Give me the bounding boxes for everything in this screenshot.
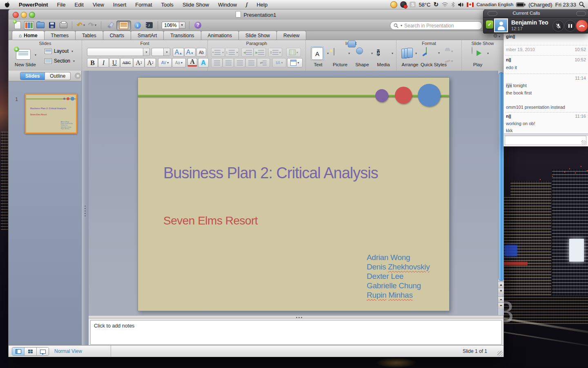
- open-button[interactable]: [36, 21, 45, 30]
- new-slide-button[interactable]: +: [16, 49, 31, 60]
- menu-edit[interactable]: Edit: [70, 0, 88, 9]
- format-painter-button[interactable]: [105, 21, 115, 30]
- redo-button[interactable]: ↷▾: [87, 21, 97, 30]
- media-browser-button[interactable]: ♪: [144, 21, 154, 30]
- menu-view[interactable]: View: [88, 0, 109, 9]
- decrease-indent-button[interactable]: ◀: [241, 48, 254, 57]
- notes-input[interactable]: Click to add notes: [90, 320, 502, 345]
- insert-picture-button[interactable]: ▾: [334, 48, 334, 56]
- section-button[interactable]: Section▾: [45, 58, 75, 64]
- slide-title-text[interactable]: Business Plan 2: Critical Analysis: [163, 164, 378, 182]
- normal-view-button[interactable]: [12, 348, 24, 355]
- battery-status[interactable]: (Charged): [528, 2, 552, 8]
- slide-show-view-button[interactable]: [37, 348, 49, 355]
- applescript-menu[interactable]: ʃ: [241, 0, 252, 9]
- fill-color-button[interactable]: ▾: [445, 47, 453, 54]
- menu-insert[interactable]: Insert: [109, 0, 131, 9]
- chevron-down-icon[interactable]: ▼: [179, 22, 185, 29]
- toolbox-button[interactable]: i: [133, 21, 143, 30]
- menu-app-name[interactable]: PowerPoint: [14, 0, 53, 9]
- superscript-button[interactable]: A2: [133, 58, 145, 67]
- temperature-status[interactable]: 58°C: [419, 2, 430, 8]
- align-text-button[interactable]: ▾: [287, 58, 303, 67]
- zoom-value[interactable]: 106%: [162, 22, 179, 29]
- menu-tools[interactable]: Tools: [157, 0, 178, 9]
- insert-text-button[interactable]: A▾: [312, 47, 323, 60]
- new-presentation-button[interactable]: +: [13, 21, 22, 30]
- skype-menubar-icon[interactable]: [400, 1, 407, 8]
- panel-splitter[interactable]: [81, 71, 89, 345]
- mute-button[interactable]: [552, 20, 564, 31]
- menu-slide-show[interactable]: Slide Show: [178, 0, 214, 9]
- subscript-button[interactable]: A2: [145, 58, 156, 67]
- call-window-header[interactable]: Current Calls: [483, 9, 588, 18]
- gallery-button[interactable]: [24, 21, 34, 30]
- clear-formatting-button[interactable]: Ab: [196, 48, 206, 57]
- underline-button[interactable]: U: [109, 58, 120, 67]
- scroll-down-button[interactable]: ▼: [498, 288, 504, 294]
- input-language-status[interactable]: Canadian English: [477, 2, 513, 7]
- chat-resize-grip[interactable]: [581, 140, 586, 144]
- header-pill[interactable]: [576, 11, 586, 16]
- numbering-button[interactable]: 1▾: [225, 48, 239, 57]
- next-slide-button[interactable]: ⏷: [498, 303, 504, 309]
- save-button[interactable]: [47, 21, 57, 30]
- tab-charts[interactable]: Charts: [103, 31, 131, 40]
- align-right-button[interactable]: [234, 58, 245, 67]
- distribute-text-button[interactable]: ⇄: [257, 58, 270, 67]
- increase-indent-button[interactable]: ▶: [254, 48, 266, 57]
- slide-authors-text[interactable]: Adrian Wong Denis Zhekhovskiy Dexter Lee…: [367, 253, 430, 300]
- resize-grip[interactable]: [497, 351, 503, 356]
- wifi-icon[interactable]: [441, 2, 448, 7]
- bluetooth-icon[interactable]: [451, 2, 455, 7]
- menu-window[interactable]: Window: [214, 0, 241, 9]
- vertical-scrollbar[interactable]: ▲ ▼ ⏶ ⏷: [498, 71, 504, 315]
- search-input[interactable]: [403, 22, 479, 29]
- layout-button[interactable]: Layout▾: [45, 48, 73, 54]
- slide-thumbnail[interactable]: Business Plan 2: Critical Analysis Seven…: [25, 94, 77, 134]
- tab-transitions[interactable]: Transitions: [163, 31, 201, 40]
- window-title-bar[interactable]: Presentation1: [9, 9, 503, 20]
- volume-icon[interactable]: [458, 2, 464, 7]
- slide-canvas[interactable]: Business Plan 2: Critical Analysis Seven…: [138, 77, 450, 311]
- line-spacing-button[interactable]: ⇕▾: [268, 48, 282, 57]
- tab-animations[interactable]: Animations: [201, 31, 239, 40]
- bold-button[interactable]: B: [87, 58, 98, 67]
- tab-home[interactable]: ⌂Home: [12, 31, 45, 40]
- chevron-down-icon[interactable]: ▾: [35, 53, 36, 57]
- menu-help[interactable]: Help: [252, 0, 272, 9]
- tab-slide-show[interactable]: Slide Show: [238, 31, 277, 40]
- scroll-up-button[interactable]: ▲: [498, 282, 504, 288]
- sync-icon[interactable]: ↻: [433, 1, 439, 8]
- text-direction-button[interactable]: ⫴A▾: [272, 58, 286, 67]
- status-s-icon[interactable]: S: [410, 2, 416, 8]
- menu-format[interactable]: Format: [131, 0, 156, 9]
- close-panel-icon[interactable]: ✕: [75, 73, 81, 79]
- toggle-gallery-button[interactable]: [116, 20, 131, 30]
- slide-subtitle-text[interactable]: Seven Elms Resort: [163, 214, 258, 227]
- change-case-button[interactable]: Aa▾: [172, 58, 186, 67]
- tab-tables[interactable]: Tables: [75, 31, 103, 40]
- play-slideshow-button[interactable]: ▾: [472, 47, 472, 54]
- hold-button[interactable]: [564, 20, 576, 31]
- tab-review[interactable]: Review: [276, 31, 306, 40]
- zoom-control[interactable]: 106%▼: [162, 21, 185, 30]
- help-button[interactable]: ?: [193, 21, 203, 30]
- apple-menu[interactable]: [0, 0, 14, 9]
- columns-button[interactable]: ▾: [286, 48, 301, 57]
- line-color-button[interactable]: ▾: [445, 56, 453, 64]
- grow-font-button[interactable]: A▲: [173, 48, 184, 57]
- clock-status[interactable]: Fri 23:33: [555, 2, 576, 8]
- character-spacing-button[interactable]: AV▾: [158, 58, 172, 67]
- end-call-button[interactable]: [576, 20, 588, 32]
- undo-button[interactable]: ↶▾: [76, 21, 86, 30]
- font-name-combo[interactable]: ▾: [87, 48, 150, 56]
- ribbon-settings[interactable]: ⚙▾: [493, 33, 500, 39]
- justify-button[interactable]: [245, 58, 257, 67]
- tab-slides-panel[interactable]: Slides: [20, 72, 45, 80]
- slide-sorter-view-button[interactable]: [24, 348, 37, 355]
- font-color-button[interactable]: A: [187, 58, 197, 67]
- text-effects-button[interactable]: A: [198, 58, 209, 67]
- bullets-button[interactable]: •▾: [211, 48, 225, 57]
- chat-input[interactable]: [505, 136, 586, 145]
